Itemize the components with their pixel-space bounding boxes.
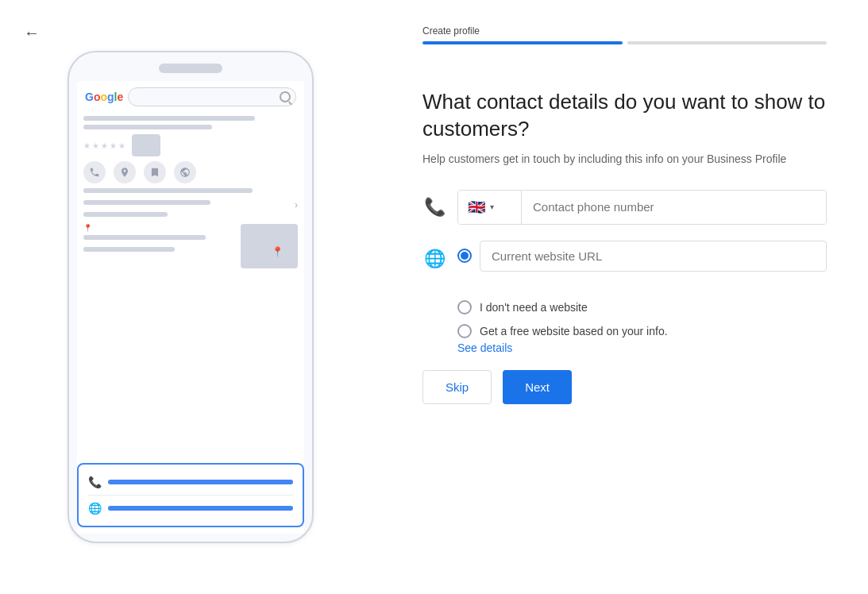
phone-mockup: Google ★ ★ ★ ★ ★ (68, 51, 314, 543)
phone-card-line (108, 506, 293, 511)
see-details-link[interactable]: See details (457, 341, 827, 354)
back-button[interactable]: ← (24, 24, 40, 42)
phone-notch (159, 64, 222, 73)
free-website-label: Get a free website based on your info. (480, 325, 668, 338)
chevron-right-icon: › (295, 199, 298, 210)
chevron-down-icon: ▾ (490, 202, 494, 211)
globe-field-icon: 🌐 (422, 249, 446, 269)
button-row: Skip Next (422, 370, 827, 404)
skeleton-line (83, 125, 212, 129)
search-bar (128, 87, 296, 106)
skeleton-line (83, 188, 253, 193)
star-icon: ★ (92, 141, 99, 150)
phone-card-row-phone: 📞 (88, 472, 293, 492)
no-website-row: I don't need a website (457, 300, 827, 314)
phone-form-row: 📞 🇬🇧 ▾ (422, 190, 827, 225)
map-pin-icon: 📍 (272, 246, 284, 257)
star-icon: ★ (110, 141, 117, 150)
phone-number-input[interactable] (522, 191, 826, 224)
phone-card-line (108, 480, 293, 484)
bookmark-action-icon (144, 161, 166, 183)
no-website-label: I don't need a website (480, 301, 588, 314)
skeleton-line (83, 212, 168, 217)
radio-no-website[interactable] (457, 300, 472, 314)
website-url-input[interactable] (480, 241, 827, 272)
free-website-row: Get a free website based on your info. (457, 324, 827, 338)
star-icon: ★ (101, 141, 108, 150)
skeleton-line (83, 247, 175, 252)
country-selector[interactable]: 🇬🇧 ▾ (458, 191, 522, 224)
phone-bottom-card: 📞 🌐 (77, 463, 304, 527)
globe-action-icon (174, 161, 196, 183)
phone-input-group[interactable]: 🇬🇧 ▾ (457, 190, 827, 225)
skip-button[interactable]: Skip (422, 370, 492, 404)
store-thumbnail (132, 134, 160, 156)
progress-bar-container (422, 41, 827, 44)
page-title: What contact details do you want to show… (422, 89, 827, 143)
action-icons-row (83, 161, 298, 183)
star-icon: ★ (83, 141, 91, 150)
website-form-row: 🌐 (422, 241, 827, 284)
star-icon: ★ (118, 141, 125, 150)
map-action-icon (114, 161, 136, 183)
map-text-lines: 📍 (83, 224, 236, 268)
phone-icon: 📞 (88, 476, 102, 488)
google-search-bar: Google (77, 81, 304, 113)
phone-card-row-web: 🌐 (88, 495, 293, 518)
phone-action-icon (83, 161, 106, 183)
globe-icon: 🌐 (88, 502, 102, 515)
progress-step-1 (422, 41, 623, 44)
radio-own-url[interactable] (457, 249, 472, 263)
skeleton-line (83, 235, 206, 240)
expand-row: › (83, 188, 298, 221)
next-button[interactable]: Next (503, 370, 572, 404)
search-icon (280, 91, 291, 102)
flag-icon: 🇬🇧 (468, 199, 485, 216)
page-subtitle: Help customers get in touch by including… (422, 151, 827, 168)
radio-free-website[interactable] (457, 324, 472, 338)
skeleton-line (83, 116, 255, 121)
phone-field-icon: 📞 (422, 197, 446, 218)
website-url-row (457, 241, 827, 272)
skeleton-line (83, 200, 210, 205)
map-block: 📍 📍 (83, 224, 298, 268)
google-logo: Google (85, 91, 123, 103)
right-panel: Create profile What contact details do y… (381, 0, 868, 594)
progress-step-2 (627, 41, 827, 44)
website-radio-group (457, 241, 827, 284)
map-thumbnail: 📍 (241, 224, 298, 268)
left-panel: ← Google ★ ★ (0, 0, 381, 594)
progress-label: Create profile (422, 25, 827, 37)
progress-section: Create profile (422, 25, 827, 67)
